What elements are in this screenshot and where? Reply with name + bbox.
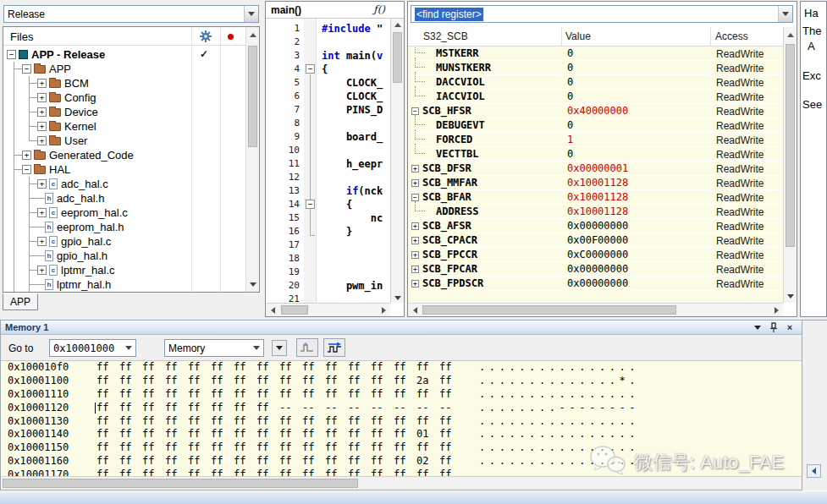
memory-byte[interactable]: 2a	[416, 375, 428, 388]
memory-byte[interactable]: ff	[256, 361, 268, 375]
expand-icon[interactable]: +	[411, 266, 419, 273]
register-value[interactable]: 0	[567, 47, 573, 60]
memory-row-0x10001150[interactable]: 0x10001150ffffffffffffffffffffffffffffff…	[1, 441, 802, 455]
tree-item-user[interactable]: +User	[3, 134, 245, 148]
memory-byte[interactable]: ff	[211, 388, 223, 402]
memory-byte[interactable]: ff	[96, 441, 108, 455]
code-line-2[interactable]: 2	[266, 36, 390, 49]
memory-byte[interactable]: ff	[416, 388, 428, 402]
memory-byte[interactable]: ff	[96, 402, 108, 415]
memory-byte[interactable]: ff	[439, 415, 451, 429]
register-row-address[interactable]: ADDRESS0x10001128ReadWrite	[408, 205, 783, 219]
memory-byte[interactable]: ff	[371, 415, 383, 429]
memory-byte[interactable]: ff	[234, 388, 245, 402]
expand-icon[interactable]: +	[37, 179, 47, 189]
function-list-icon[interactable]: ƒ()	[373, 3, 385, 15]
expand-icon[interactable]: +	[37, 122, 47, 131]
memory-byte[interactable]: ff	[188, 361, 200, 375]
memory-byte[interactable]: ff	[371, 361, 383, 375]
code-line-6[interactable]: 6 CLOCK_	[266, 90, 390, 103]
register-value[interactable]: 0x10001128	[567, 205, 628, 218]
live-update-icon[interactable]	[296, 338, 318, 357]
expand-icon[interactable]: +	[411, 222, 419, 230]
memory-byte[interactable]: --	[439, 402, 451, 415]
memory-byte[interactable]: ff	[142, 361, 154, 375]
chevron-down-icon[interactable]	[244, 6, 258, 22]
scroll-right-icon[interactable]	[378, 304, 389, 315]
memory-row-0x10001140[interactable]: 0x10001140ffffffffffffffffffffffffffff01…	[1, 428, 802, 441]
memory-byte[interactable]: ff	[279, 361, 291, 375]
memory-row-0x10001130[interactable]: 0x10001130ffffffffffffffffffffffffffffff…	[1, 415, 802, 429]
register-row-vecttbl[interactable]: VECTTBL0ReadWrite	[408, 147, 783, 162]
memory-byte[interactable]: ff	[439, 388, 451, 402]
register-value[interactable]: 0x00000001	[567, 162, 628, 175]
register-rows[interactable]: MSTKERR0ReadWriteMUNSTKERR0ReadWriteDACC…	[408, 47, 783, 303]
memory-byte[interactable]: ff	[325, 441, 337, 455]
register-row-munstkerr[interactable]: MUNSTKERR0ReadWrite	[408, 61, 783, 75]
memory-byte[interactable]: ff	[302, 361, 314, 375]
scroll-thumb[interactable]	[786, 44, 795, 247]
memory-byte[interactable]: ff	[165, 441, 177, 455]
memory-row-0x10001120[interactable]: 0x10001120ffffffffffffffff--------------…	[1, 402, 802, 415]
memory-byte[interactable]: ff	[119, 361, 131, 375]
register-value[interactable]: 0x10001128	[567, 177, 628, 189]
memory-byte[interactable]: ff	[439, 428, 451, 441]
memory-byte[interactable]: ff	[394, 415, 405, 429]
expand-icon[interactable]: +	[411, 280, 419, 288]
code-line-4[interactable]: 4{	[266, 63, 390, 76]
collapse-icon[interactable]: −	[411, 194, 419, 201]
tree-item-gpio-hal-c[interactable]: +cgpio_hal.c	[3, 234, 245, 249]
tree-item-generated-code[interactable]: +Generated_Code	[3, 148, 245, 162]
memory-byte[interactable]: ff	[325, 468, 337, 476]
register-value[interactable]: 0	[567, 76, 573, 89]
memory-byte[interactable]: ff	[439, 441, 451, 455]
register-row-iaccviol[interactable]: IACCVIOL0ReadWrite	[408, 90, 783, 104]
memory-byte[interactable]: ff	[256, 468, 268, 476]
register-row-scb_fpccr[interactable]: +SCB_FPCCR0xC0000000ReadWrite	[408, 248, 783, 262]
memory-byte[interactable]: ff	[325, 361, 337, 375]
memory-byte[interactable]: ff	[211, 468, 223, 476]
memory-byte[interactable]: ff	[371, 455, 383, 468]
memory-byte[interactable]: ff	[211, 441, 223, 455]
memory-byte[interactable]: ff	[188, 455, 200, 468]
memory-byte[interactable]: ff	[188, 388, 200, 402]
memory-byte[interactable]: ff	[234, 375, 245, 388]
collapse-icon[interactable]: −	[7, 50, 16, 59]
memory-byte[interactable]: --	[279, 402, 291, 415]
code-line-20[interactable]: 20 pwm_in	[266, 279, 390, 293]
expand-icon[interactable]: +	[37, 266, 47, 275]
register-value[interactable]: 0x40000000	[567, 105, 628, 118]
memory-byte[interactable]: ff	[188, 428, 200, 441]
memory-byte[interactable]: ff	[371, 428, 383, 441]
memory-hex-dump[interactable]: 0x100010f0ffffffffffffffffffffffffffffff…	[1, 360, 802, 476]
display-format-button[interactable]	[272, 340, 287, 356]
memory-byte[interactable]: 02	[416, 455, 428, 468]
memory-byte[interactable]: ff	[302, 375, 314, 388]
gear-icon[interactable]	[200, 30, 212, 46]
build-config-select[interactable]: Release	[3, 5, 259, 23]
register-value[interactable]: 0	[567, 119, 573, 132]
scroll-thumb[interactable]	[393, 32, 402, 83]
memory-byte[interactable]: ff	[371, 375, 383, 388]
memory-horizontal-scrollbar[interactable]	[1, 476, 802, 490]
memory-row-0x10001100[interactable]: 0x10001100ffffffffffffffffffffffffffff2a…	[1, 375, 802, 388]
scroll-up-icon[interactable]	[246, 29, 259, 41]
memory-byte[interactable]: ff	[165, 468, 177, 476]
memory-byte[interactable]: ff	[188, 402, 200, 415]
memory-byte[interactable]: ff	[165, 361, 177, 375]
code-line-17[interactable]: 17	[266, 238, 390, 252]
scroll-down-icon[interactable]	[246, 277, 259, 290]
memory-byte[interactable]: ff	[119, 441, 131, 455]
collapse-icon[interactable]: −	[22, 165, 31, 174]
memory-byte[interactable]: ff	[394, 388, 405, 402]
memory-byte[interactable]: ff	[142, 441, 154, 455]
memory-byte[interactable]: ff	[302, 428, 314, 441]
memory-byte[interactable]: ff	[256, 441, 268, 455]
memory-byte[interactable]: ff	[348, 441, 360, 455]
memory-zone-select[interactable]: Memory	[164, 339, 264, 357]
close-icon[interactable]: ×	[783, 321, 797, 333]
memory-byte[interactable]: ff	[234, 415, 245, 429]
register-row-scb_dfsr[interactable]: +SCB_DFSR0x00000001ReadWrite	[408, 162, 783, 176]
tree-item-app[interactable]: −APP	[3, 62, 245, 76]
memory-byte[interactable]: ff	[302, 388, 314, 402]
